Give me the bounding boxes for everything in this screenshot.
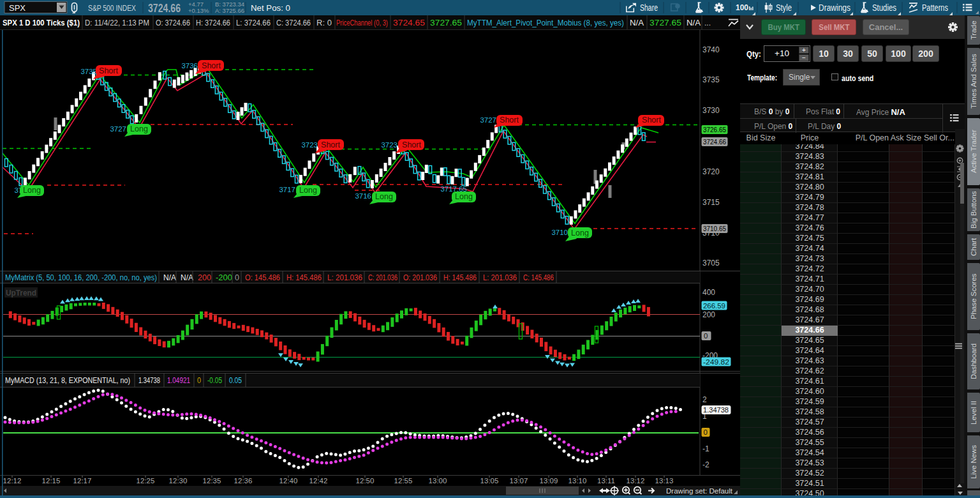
svg-text:1.34738: 1.34738: [138, 376, 160, 385]
svg-text:0: 0: [197, 376, 201, 385]
svg-text:H: 145.486: H: 145.486: [443, 273, 477, 282]
svg-text:-2: -2: [702, 460, 709, 469]
svg-text:12:30: 12:30: [169, 477, 188, 485]
svg-text:3727: 3727: [480, 116, 496, 124]
svg-text:Drawings: Drawings: [819, 3, 850, 13]
svg-text:-249.82: -249.82: [703, 358, 729, 366]
svg-text:N/A: N/A: [630, 19, 644, 27]
svg-text:3710.65: 3710.65: [703, 225, 726, 232]
svg-text:3727.65: 3727.65: [430, 19, 462, 27]
svg-text:L: 3724.66: L: 3724.66: [236, 19, 271, 27]
svg-text:13:09: 13:09: [540, 477, 558, 485]
svg-text:400: 400: [702, 288, 715, 297]
svg-text:UpTrend: UpTrend: [6, 289, 36, 298]
svg-text:200: 200: [198, 273, 211, 282]
svg-text:Short: Short: [500, 116, 519, 124]
svg-text:13:12: 13:12: [627, 477, 645, 485]
svg-text:PriceChannel (0, 3): PriceChannel (0, 3): [336, 19, 388, 27]
svg-text:-200: -200: [216, 273, 232, 282]
svg-text:3735: 3735: [80, 68, 97, 75]
svg-text:C: 3724.66: C: 3724.66: [276, 19, 311, 27]
svg-text:13:11: 13:11: [597, 477, 615, 485]
svg-text:Net Pos: 0: Net Pos: 0: [251, 3, 290, 13]
svg-text:O: 201.036: O: 201.036: [403, 273, 437, 282]
svg-text:3730: 3730: [702, 106, 720, 115]
svg-text:3724.66: 3724.66: [148, 2, 181, 15]
svg-text:R: 0: R: 0: [316, 19, 332, 27]
svg-text:Long: Long: [571, 229, 589, 238]
svg-text:L: 201.036: L: 201.036: [483, 273, 517, 282]
svg-text:13:10: 13:10: [568, 477, 587, 485]
svg-text:3717: 3717: [279, 186, 295, 193]
svg-text:12:55: 12:55: [394, 477, 413, 485]
svg-text:3720: 3720: [702, 167, 720, 176]
svg-text:Long: Long: [23, 186, 41, 195]
svg-text:100: 100: [736, 3, 748, 12]
svg-text:3727.65: 3727.65: [650, 19, 681, 27]
svg-text:Long: Long: [455, 192, 473, 201]
svg-text:Short: Short: [402, 140, 421, 149]
svg-text:12:12: 12:12: [3, 477, 22, 485]
svg-text:3705: 3705: [702, 259, 720, 268]
svg-text:0: 0: [235, 273, 239, 282]
svg-text:H: 3724.66: H: 3724.66: [196, 19, 230, 27]
svg-text:1.34738: 1.34738: [703, 406, 729, 414]
svg-text:Style: Style: [776, 3, 792, 13]
svg-text:12:36: 12:36: [234, 477, 253, 485]
svg-text:Long: Long: [299, 186, 317, 195]
svg-text:13:00: 13:00: [429, 477, 447, 485]
svg-text:12:50: 12:50: [356, 477, 375, 485]
svg-text:3716: 3716: [355, 192, 371, 200]
svg-text:3736: 3736: [181, 62, 198, 70]
svg-text:MyMatrix (5, 50, 100, 16, 200,: MyMatrix (5, 50, 100, 16, 200, -200, no,…: [5, 273, 157, 282]
svg-text:3727: 3727: [110, 125, 126, 133]
svg-text:Drawing set: Default: Drawing set: Default: [666, 487, 733, 495]
svg-text:266.59: 266.59: [703, 302, 725, 310]
svg-text:SPX 1 D 100 Ticks ($1): SPX 1 D 100 Ticks ($1): [3, 19, 80, 27]
svg-text:200: 200: [702, 310, 715, 319]
svg-text:N/A: N/A: [181, 273, 193, 282]
svg-text:3724.65: 3724.65: [393, 19, 425, 27]
svg-text:-0.05: -0.05: [207, 376, 222, 385]
svg-text:12:42: 12:42: [309, 477, 328, 485]
svg-text:Short: Short: [321, 140, 340, 149]
svg-text:3710: 3710: [551, 229, 568, 236]
svg-text:12:17: 12:17: [73, 477, 92, 485]
svg-text:0: 0: [704, 428, 708, 436]
svg-text:Long: Long: [375, 192, 393, 201]
svg-text:3723: 3723: [301, 141, 318, 149]
svg-text:0.05: 0.05: [229, 376, 242, 385]
svg-text:Short: Short: [202, 61, 221, 70]
svg-text:+0.13%: +0.13%: [188, 7, 209, 14]
svg-text:S&P 500 INDEX: S&P 500 INDEX: [88, 3, 136, 13]
svg-text:0: 0: [704, 332, 708, 340]
svg-text:O: 3724.66: O: 3724.66: [156, 19, 190, 27]
svg-text:3715: 3715: [702, 198, 720, 207]
svg-text:Short: Short: [99, 66, 118, 75]
svg-text:H: 145.486: H: 145.486: [286, 273, 322, 282]
svg-text:Share: Share: [640, 3, 658, 13]
svg-text:Short: Short: [642, 116, 661, 124]
svg-text:MyMACD (13, 21, 8, EXPONENTIAL: MyMACD (13, 21, 8, EXPONENTIAL, no): [5, 376, 130, 385]
svg-text:3735: 3735: [702, 75, 720, 84]
svg-text:12:15: 12:15: [42, 477, 61, 485]
svg-text:Patterns: Patterns: [922, 3, 948, 13]
svg-text:...: ...: [704, 19, 711, 27]
svg-text:C: 201.036: C: 201.036: [368, 273, 397, 282]
svg-text:A: 3725.66: A: 3725.66: [215, 7, 244, 14]
svg-text:3740: 3740: [702, 45, 720, 54]
svg-text:C: 145.486: C: 145.486: [523, 273, 554, 282]
svg-text:13:05: 13:05: [480, 477, 499, 485]
svg-text:O: 145.486: O: 145.486: [245, 273, 280, 282]
svg-text:Long: Long: [130, 124, 148, 133]
svg-text:Studies: Studies: [872, 3, 896, 13]
svg-text:-1: -1: [702, 444, 709, 453]
svg-text:L: 201.036: L: 201.036: [327, 273, 362, 282]
svg-text:13:13: 13:13: [655, 477, 674, 485]
svg-text:3726.65: 3726.65: [703, 126, 726, 133]
svg-text:D: 11/4/22, 1:13 PM: D: 11/4/22, 1:13 PM: [85, 19, 149, 27]
svg-text:N/A: N/A: [687, 19, 701, 27]
svg-text:1.04921: 1.04921: [167, 376, 190, 385]
svg-text:3724.66: 3724.66: [703, 138, 726, 146]
svg-text:12:40: 12:40: [279, 477, 298, 485]
